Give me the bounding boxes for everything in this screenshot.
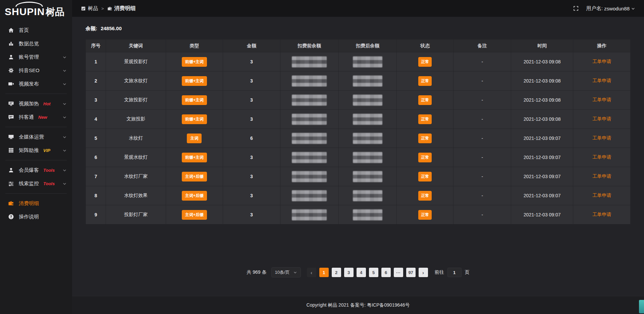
sidebar-item-matrix[interactable]: 矩阵助推VIP — [0, 144, 72, 157]
chevron-down-icon — [62, 82, 67, 86]
ticket-request-link[interactable]: 工单申请 — [592, 116, 611, 121]
user-menu[interactable]: 用户名: zswodun88 — [586, 5, 635, 12]
sidebar-item-label: 账号管理 — [19, 54, 39, 60]
sidebar-item-publish[interactable]: 视频发布 — [0, 77, 72, 91]
sidebar-item-seo[interactable]: 抖音SEO — [0, 64, 72, 77]
masked-balance-after — [353, 75, 382, 87]
masked-balance-after — [353, 171, 382, 182]
cell-time: 2021-12-03 09:07 — [511, 148, 573, 167]
sidebar-divider — [5, 160, 67, 160]
cell-remark: - — [453, 129, 511, 148]
goto-page: 前往 页 — [435, 268, 470, 277]
sidebar-item-tag: Tools — [43, 168, 55, 173]
cell-status: 正常 — [397, 110, 453, 129]
page-size-select[interactable]: 10条/页 — [271, 267, 301, 277]
cell-amount: 3 — [223, 91, 280, 110]
side-widget-partial[interactable] — [639, 300, 644, 313]
cell-action: 工单申请 — [573, 71, 631, 91]
cell-balance-after — [338, 205, 397, 224]
page-button-4[interactable]: 4 — [357, 268, 366, 277]
chevron-down-icon — [62, 148, 67, 153]
cell-remark: - — [453, 186, 511, 205]
sidebar-item-guide[interactable]: 操作说明 — [0, 210, 72, 223]
sidebar-item-member[interactable]: 会员爆客Tools — [0, 163, 72, 177]
page-button-5[interactable]: 5 — [369, 268, 378, 277]
breadcrumb-separator: > — [101, 6, 104, 11]
cell-status: 正常 — [397, 129, 453, 148]
page-button-3[interactable]: 3 — [344, 268, 354, 277]
breadcrumb: 树品 > 消费明细 — [81, 5, 136, 12]
status-badge: 正常 — [418, 153, 432, 162]
type-badge: 主词+后缀 — [182, 172, 207, 181]
cell-balance-before — [280, 148, 338, 167]
cell-status: 正常 — [397, 52, 453, 71]
cell-balance-before — [280, 110, 338, 129]
chevron-down-icon — [62, 55, 67, 59]
page-button-2[interactable]: 2 — [332, 268, 341, 277]
chevron-down-icon — [62, 68, 67, 73]
cell-time: 2021-12-03 09:08 — [511, 91, 573, 110]
wallet-icon — [8, 200, 14, 206]
wallet-icon — [107, 6, 112, 11]
more-pages-button[interactable]: ··· — [394, 268, 403, 277]
cell-remark: - — [453, 52, 511, 71]
board-icon — [8, 101, 14, 107]
prev-page-button[interactable]: ‹ — [307, 268, 316, 277]
content: 余额: 24856.00 序号关键词类型金额扣费前余额扣费后余额状态备注时间操作… — [72, 17, 644, 296]
page-button-1[interactable]: 1 — [319, 268, 329, 277]
sidebar-item-label: 视频加热 — [19, 101, 39, 107]
cell-keyword: 文旅投影 — [106, 110, 166, 129]
ticket-request-link[interactable]: 工单申请 — [592, 59, 611, 64]
ticket-request-link[interactable]: 工单申请 — [592, 193, 611, 198]
sidebar-item-label: 抖音SEO — [19, 67, 40, 74]
cell-balance-before — [280, 52, 338, 71]
sidebar-item-media[interactable]: 全媒体运营 — [0, 130, 72, 144]
ticket-request-link[interactable]: 工单申请 — [592, 154, 611, 160]
ticket-request-link[interactable]: 工单申请 — [592, 97, 611, 102]
status-badge: 正常 — [418, 95, 432, 105]
fullscreen-icon[interactable] — [573, 5, 579, 11]
sidebar-item-tag: New — [38, 115, 47, 120]
logo-arc-decoration — [15, 2, 43, 7]
next-page-button[interactable]: › — [419, 268, 428, 277]
breadcrumb-root[interactable]: 树品 — [88, 5, 98, 12]
sidebar-divider — [5, 94, 67, 94]
goto-label: 前往 — [435, 269, 444, 275]
sidebar-item-home[interactable]: 首页 — [0, 23, 72, 37]
ticket-request-link[interactable]: 工单申请 — [592, 212, 611, 217]
cell-type: 前缀+主词 — [166, 71, 223, 91]
sidebar-item-label: 线索监控 — [19, 180, 39, 187]
balance: 余额: 24856.00 — [86, 25, 631, 32]
total-count: 共 969 条 — [247, 269, 266, 275]
cell-action: 工单申请 — [573, 91, 631, 110]
goto-page-input[interactable] — [447, 268, 462, 277]
page-button-6[interactable]: 6 — [381, 268, 391, 277]
cell-index: 9 — [86, 205, 106, 224]
footer: Copyright 树品 2021 备案号: 粤ICP备09019646号 — [72, 296, 644, 314]
cell-balance-after — [338, 91, 397, 110]
sidebar-item-consume[interactable]: 消费明细 — [0, 197, 72, 210]
status-badge: 正常 — [418, 57, 432, 67]
table-row: 6景观水纹灯前缀+主词3正常-2021-12-03 09:07工单申请 — [86, 148, 631, 167]
sidebar-item-data[interactable]: 数据总览 — [0, 37, 72, 50]
balance-label: 余额: — [86, 25, 97, 31]
pagination: 共 969 条 10条/页 ‹123456···97› 前往 页 — [86, 267, 631, 277]
cell-amount: 3 — [223, 205, 280, 224]
cell-time: 2021-12-03 09:08 — [511, 110, 573, 129]
page-button-97[interactable]: 97 — [406, 268, 416, 277]
type-badge: 主词+后缀 — [182, 210, 207, 220]
ticket-request-link[interactable]: 工单申请 — [592, 173, 611, 179]
cell-type: 前缀+主词 — [166, 91, 223, 110]
cell-time: 2021-12-03 09:08 — [511, 71, 573, 91]
cell-balance-after — [338, 52, 397, 71]
type-badge: 前缀+主词 — [182, 114, 207, 124]
sidebar-item-heat[interactable]: 视频加热Hot — [0, 97, 72, 110]
ticket-request-link[interactable]: 工单申请 — [592, 135, 611, 141]
sidebar-item-clue[interactable]: 线索监控Tools — [0, 177, 72, 190]
ticket-request-link[interactable]: 工单申请 — [592, 78, 611, 83]
sidebar-item-douketong[interactable]: 抖客通New — [0, 110, 72, 124]
chevron-down-icon — [631, 6, 635, 11]
sidebar-item-account[interactable]: 账号管理 — [0, 50, 72, 64]
cell-balance-before — [280, 129, 338, 148]
monitor-icon — [8, 134, 14, 140]
